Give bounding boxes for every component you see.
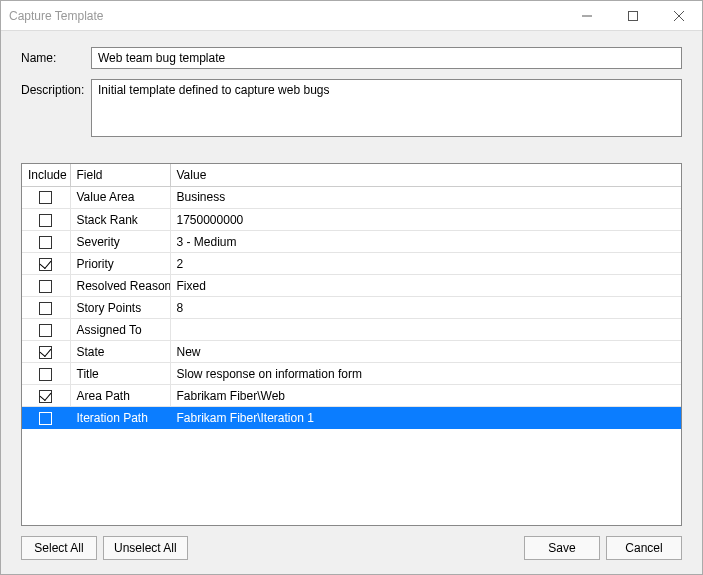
description-label: Description:	[21, 79, 91, 97]
field-cell: Title	[70, 363, 170, 385]
table-row[interactable]: TitleSlow response on information form	[22, 363, 681, 385]
name-label: Name:	[21, 47, 91, 65]
include-checkbox[interactable]	[39, 346, 52, 359]
include-checkbox[interactable]	[39, 214, 52, 227]
cancel-button[interactable]: Cancel	[606, 536, 682, 560]
table-row[interactable]: Area PathFabrikam Fiber\Web	[22, 385, 681, 407]
include-cell[interactable]	[22, 407, 70, 429]
include-checkbox[interactable]	[39, 236, 52, 249]
fields-grid: Include Field Value Value AreaBusinessSt…	[21, 163, 682, 526]
value-cell: Business	[170, 187, 681, 209]
include-cell[interactable]	[22, 385, 70, 407]
name-input[interactable]	[91, 47, 682, 69]
value-cell: Slow response on information form	[170, 363, 681, 385]
table-row[interactable]: Resolved ReasonFixed	[22, 275, 681, 297]
field-cell: Area Path	[70, 385, 170, 407]
include-cell[interactable]	[22, 209, 70, 231]
header-field[interactable]: Field	[70, 164, 170, 186]
close-button[interactable]	[656, 1, 702, 31]
value-cell: Fabrikam Fiber\Web	[170, 385, 681, 407]
include-checkbox[interactable]	[39, 191, 52, 204]
include-cell[interactable]	[22, 275, 70, 297]
field-cell: Story Points	[70, 297, 170, 319]
unselect-all-button[interactable]: Unselect All	[103, 536, 188, 560]
include-cell[interactable]	[22, 231, 70, 253]
grid-header-row: Include Field Value	[22, 164, 681, 186]
value-cell	[170, 319, 681, 341]
include-cell[interactable]	[22, 341, 70, 363]
table-row[interactable]: Severity3 - Medium	[22, 231, 681, 253]
field-cell: Stack Rank	[70, 209, 170, 231]
field-cell: Severity	[70, 231, 170, 253]
table-row[interactable]: Iteration PathFabrikam Fiber\Iteration 1	[22, 407, 681, 429]
value-cell: 2	[170, 253, 681, 275]
field-cell: Priority	[70, 253, 170, 275]
include-checkbox[interactable]	[39, 258, 52, 271]
field-cell: Iteration Path	[70, 407, 170, 429]
value-cell: 8	[170, 297, 681, 319]
description-input[interactable]: Initial template defined to capture web …	[91, 79, 682, 137]
header-include[interactable]: Include	[22, 164, 70, 186]
include-checkbox[interactable]	[39, 412, 52, 425]
select-all-button[interactable]: Select All	[21, 536, 97, 560]
minimize-button[interactable]	[564, 1, 610, 31]
include-cell[interactable]	[22, 363, 70, 385]
svg-rect-1	[629, 11, 638, 20]
table-row[interactable]: Story Points8	[22, 297, 681, 319]
value-cell: Fixed	[170, 275, 681, 297]
include-cell[interactable]	[22, 297, 70, 319]
table-row[interactable]: StateNew	[22, 341, 681, 363]
table-row[interactable]: Priority2	[22, 253, 681, 275]
field-cell: Value Area	[70, 187, 170, 209]
maximize-button[interactable]	[610, 1, 656, 31]
field-cell: Resolved Reason	[70, 275, 170, 297]
value-cell: 3 - Medium	[170, 231, 681, 253]
include-cell[interactable]	[22, 187, 70, 209]
field-cell: State	[70, 341, 170, 363]
window-title: Capture Template	[9, 9, 564, 23]
window-controls	[564, 1, 702, 31]
value-cell: 1750000000	[170, 209, 681, 231]
form-area: Name: Description: Initial template defi…	[1, 31, 702, 155]
save-button[interactable]: Save	[524, 536, 600, 560]
include-cell[interactable]	[22, 253, 70, 275]
include-cell[interactable]	[22, 319, 70, 341]
dialog-window: Capture Template Name: Description: Init…	[0, 0, 703, 575]
include-checkbox[interactable]	[39, 390, 52, 403]
include-checkbox[interactable]	[39, 324, 52, 337]
include-checkbox[interactable]	[39, 302, 52, 315]
titlebar: Capture Template	[1, 1, 702, 31]
table-row[interactable]: Value AreaBusiness	[22, 187, 681, 209]
header-value[interactable]: Value	[170, 164, 681, 186]
table-row[interactable]: Assigned To	[22, 319, 681, 341]
include-checkbox[interactable]	[39, 368, 52, 381]
value-cell: New	[170, 341, 681, 363]
include-checkbox[interactable]	[39, 280, 52, 293]
value-cell: Fabrikam Fiber\Iteration 1	[170, 407, 681, 429]
field-cell: Assigned To	[70, 319, 170, 341]
button-bar: Select All Unselect All Save Cancel	[1, 526, 702, 574]
table-row[interactable]: Stack Rank1750000000	[22, 209, 681, 231]
